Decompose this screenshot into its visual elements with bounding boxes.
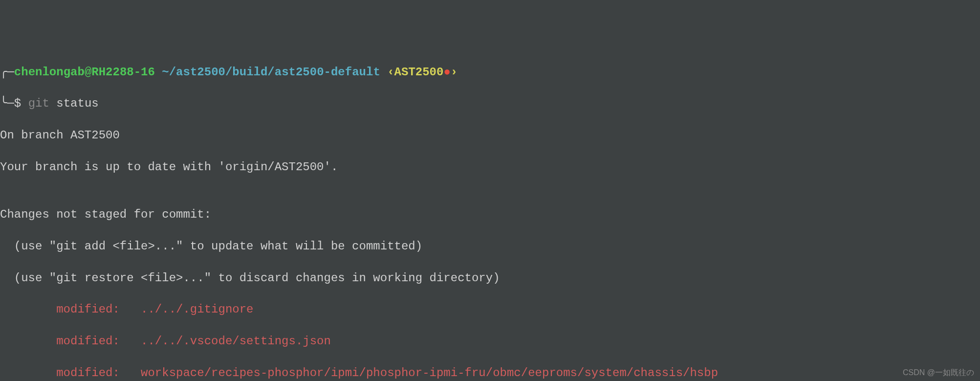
branch-open: ‹: [387, 66, 394, 79]
prompt-line-2[interactable]: ╰─$ git status: [0, 96, 980, 112]
output-uptodate: Your branch is up to date with 'origin/A…: [0, 159, 980, 175]
modified-file-1: modified: ../../.gitignore: [0, 302, 980, 317]
changes-header: Changes not staged for commit:: [0, 207, 980, 223]
prompt-line-1: ╭─chenlongab@RH2288-16 ~/ast2500/build/a…: [0, 65, 980, 80]
output-branch: On branch AST2500: [0, 128, 980, 143]
prompt-corner-bottom: ╰─: [0, 97, 14, 110]
changes-hint-restore: (use "git restore <file>..." to discard …: [0, 270, 980, 286]
modified-file-2: modified: ../../.vscode/settings.json: [0, 334, 980, 349]
branch-name: AST2500: [394, 66, 444, 79]
dirty-indicator-icon: ●: [443, 66, 450, 79]
changes-hint-add: (use "git add <file>..." to update what …: [0, 239, 980, 254]
current-path: ~/ast2500/build/ast2500-default: [162, 66, 380, 79]
dollar-sign: $: [14, 97, 21, 110]
user-host: chenlongab@RH2288-16: [14, 66, 155, 79]
watermark: CSDN @一如既往の: [903, 367, 974, 378]
prompt-corner-top: ╭─: [0, 66, 14, 79]
modified-file-3: modified: workspace/recipes-phosphor/ipm…: [0, 365, 980, 381]
branch-close: ›: [451, 66, 457, 79]
command-git: git: [28, 97, 49, 110]
command-args: status: [56, 97, 98, 110]
